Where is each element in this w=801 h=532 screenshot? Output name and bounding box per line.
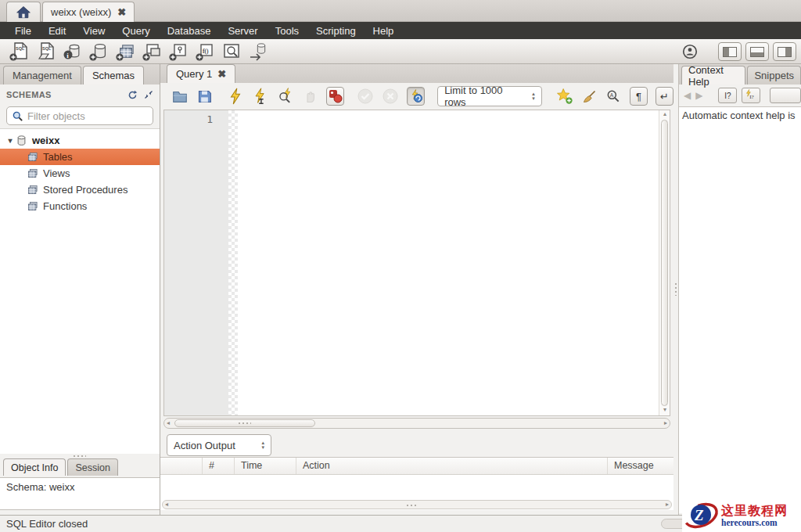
sql-editor-toolbar: Limit to 1000 rows ▴▾ A ¶ ↵ <box>160 83 673 110</box>
sidebar: Management Schemas SCHEMAS ▾ weixx <box>0 64 160 515</box>
save-icon[interactable] <box>196 87 213 106</box>
help-tabs: Context Help Snippets <box>679 64 801 84</box>
execute-icon[interactable] <box>227 87 244 106</box>
create-table-icon[interactable] <box>116 41 136 62</box>
connection-tab[interactable]: weixx (weixx) ✖ <box>42 2 135 22</box>
tab-object-info[interactable]: Object Info <box>3 458 66 476</box>
back-icon: ◀ <box>684 90 691 101</box>
svg-text:Z: Z <box>694 507 704 523</box>
column-time[interactable]: Time <box>235 458 296 474</box>
close-icon[interactable]: ✖ <box>217 68 226 80</box>
query-tabstrip: Query 1 ✖ <box>160 64 673 83</box>
menu-scripting[interactable]: Scripting <box>307 25 365 37</box>
menu-query[interactable]: Query <box>113 25 158 37</box>
toggle-autocommit-icon[interactable] <box>407 87 425 106</box>
info-tabs: Object Info Session <box>0 458 160 477</box>
limit-rows-dropdown[interactable]: Limit to 1000 rows ▴▾ <box>437 86 542 106</box>
refresh-icon[interactable] <box>128 90 138 100</box>
reconnect-db-icon[interactable] <box>249 41 269 62</box>
spinner-icon[interactable]: ▴▾ <box>532 92 535 101</box>
editor-vertical-scrollbar[interactable]: ▴ ▾ <box>659 110 670 415</box>
toggle-left-panel-icon[interactable] <box>718 42 742 61</box>
create-procedure-icon[interactable] <box>169 41 189 62</box>
scroll-up-icon[interactable]: ▴ <box>659 110 670 120</box>
column-message[interactable]: Message <box>608 458 673 474</box>
schemas-title: SCHEMAS <box>6 90 121 99</box>
toggle-stop-on-error-icon[interactable] <box>326 87 344 106</box>
sql-code-editor[interactable]: 1 ▴ ▾ <box>163 110 670 416</box>
menu-database[interactable]: Database <box>159 25 220 37</box>
expander-icon[interactable]: ▾ <box>5 136 16 145</box>
object-info-content: Schema: weixx <box>0 477 160 510</box>
automatic-context-help-icon[interactable]: I? <box>742 88 760 103</box>
home-tab[interactable] <box>6 2 41 22</box>
inspector-icon[interactable]: i <box>63 41 83 62</box>
sidebar-tabs: Management Schemas <box>0 64 160 84</box>
execute-current-icon[interactable] <box>252 87 269 106</box>
tree-node-tables[interactable]: Tables <box>0 149 160 165</box>
column-index[interactable]: # <box>203 458 235 474</box>
collapse-icon[interactable] <box>144 90 153 99</box>
find-icon[interactable]: A <box>605 87 622 106</box>
code-input-area[interactable] <box>238 110 659 415</box>
tab-snippets[interactable]: Snippets <box>747 66 801 84</box>
menu-edit[interactable]: Edit <box>40 25 74 37</box>
scrollbar-thumb[interactable] <box>661 120 668 406</box>
context-help-content: Automatic context help is <box>679 106 801 513</box>
scroll-left-icon[interactable]: ◂ <box>165 501 168 508</box>
scroll-right-icon[interactable]: ▸ <box>666 501 669 508</box>
action-output-dropdown[interactable]: Action Output ▴▾ <box>167 434 271 456</box>
tab-context-help[interactable]: Context Help <box>681 66 745 84</box>
panel-toggles <box>677 41 796 62</box>
scroll-left-icon[interactable]: ◂ <box>167 419 170 426</box>
tab-session[interactable]: Session <box>67 458 117 476</box>
svg-text:I?: I? <box>750 94 755 100</box>
explain-icon[interactable] <box>277 87 294 106</box>
scroll-down-icon[interactable]: ▾ <box>659 406 670 415</box>
tab-schemas[interactable]: Schemas <box>83 66 144 84</box>
menu-tools[interactable]: Tools <box>267 25 307 37</box>
scroll-right-icon[interactable]: ▸ <box>664 419 667 426</box>
utilities-icon[interactable] <box>680 41 700 62</box>
search-data-icon[interactable] <box>222 41 242 62</box>
menu-file[interactable]: File <box>6 25 40 37</box>
save-snippet-icon[interactable] <box>556 87 573 106</box>
tree-node-views[interactable]: Views <box>0 165 160 182</box>
help-toolbar: ◀ ▶ I? I? <box>679 84 801 106</box>
schema-info-text: Schema: weixx <box>6 481 74 493</box>
menu-view[interactable]: View <box>74 25 113 37</box>
tab-management[interactable]: Management <box>3 66 81 84</box>
help-extra-button[interactable] <box>770 88 801 103</box>
output-horizontal-scrollbar[interactable]: ◂ ▸ <box>162 500 672 509</box>
context-help-message: Automatic context help is <box>682 110 796 121</box>
tree-node-functions[interactable]: Functions <box>0 198 160 214</box>
main-toolbar: i f() <box>0 39 801 64</box>
open-file-icon[interactable] <box>171 87 189 106</box>
tab-query-1[interactable]: Query 1 ✖ <box>167 64 235 83</box>
watermark: Z 这里教程网 herecours.com <box>682 499 801 532</box>
column-action[interactable]: Action <box>296 458 608 474</box>
editor-horizontal-scrollbar[interactable]: ◂ ▸ <box>163 418 670 429</box>
tree-node-stored-procedures[interactable]: Stored Procedures <box>0 182 160 198</box>
invisibles-icon[interactable]: ¶ <box>630 87 648 106</box>
menu-server[interactable]: Server <box>219 25 266 37</box>
create-view-icon[interactable] <box>142 41 163 62</box>
scrollbar-thumb[interactable] <box>174 419 315 427</box>
beautify-icon[interactable] <box>581 87 598 106</box>
line-number: 1 <box>207 113 213 125</box>
new-sql-tab-icon[interactable] <box>9 41 30 62</box>
filter-input[interactable] <box>27 110 165 122</box>
tree-node-schema[interactable]: ▾ weixx <box>0 132 160 149</box>
spinner-icon[interactable]: ▴▾ <box>261 440 264 450</box>
open-sql-script-icon[interactable] <box>36 41 56 62</box>
toggle-right-panel-icon[interactable] <box>773 42 796 61</box>
wrap-text-icon[interactable]: ↵ <box>656 87 673 106</box>
views-icon <box>27 167 43 179</box>
context-help-cursor-icon[interactable]: I? <box>718 88 737 103</box>
menu-help[interactable]: Help <box>365 25 403 37</box>
create-schema-icon[interactable] <box>89 41 110 62</box>
toggle-bottom-panel-icon[interactable] <box>745 42 769 61</box>
output-toolbar: Action Output ▴▾ <box>160 433 673 457</box>
create-function-icon[interactable]: f() <box>196 41 216 62</box>
close-icon[interactable]: ✖ <box>117 6 126 18</box>
